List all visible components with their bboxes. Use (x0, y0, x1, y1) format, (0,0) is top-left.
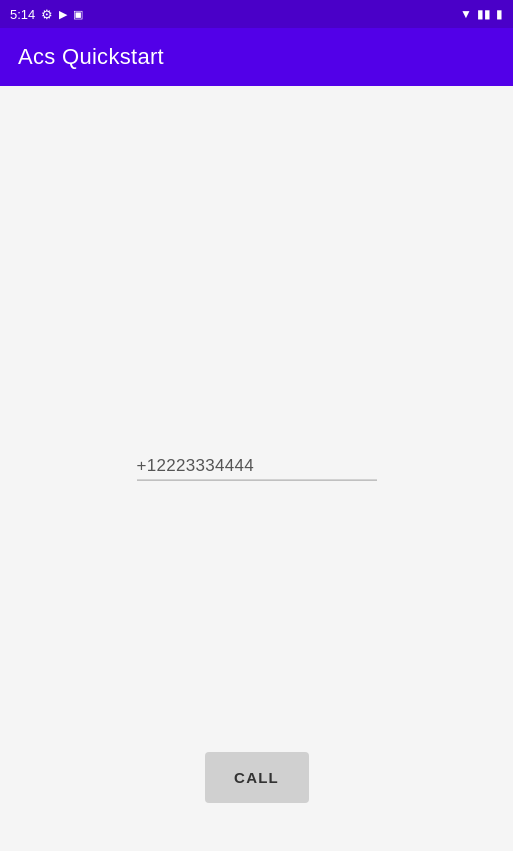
status-bar: 5:14 ▼ ▮▮ ▮ (0, 0, 513, 28)
main-content: CALL (0, 86, 513, 851)
battery-icon: ▮ (496, 7, 503, 21)
sim-icon (73, 7, 83, 21)
app-title: Acs Quickstart (18, 44, 164, 70)
phone-input[interactable] (137, 451, 377, 480)
wifi-icon: ▼ (460, 7, 472, 21)
status-bar-right: ▼ ▮▮ ▮ (460, 7, 503, 21)
call-button[interactable]: CALL (205, 752, 309, 803)
media-icon (59, 7, 67, 21)
call-button-container: CALL (205, 752, 309, 803)
phone-input-container (137, 451, 377, 480)
signal-icon: ▮▮ (477, 7, 491, 21)
status-time: 5:14 (10, 7, 35, 22)
gear-icon (41, 7, 53, 22)
status-bar-left: 5:14 (10, 7, 83, 22)
app-bar: Acs Quickstart (0, 28, 513, 86)
